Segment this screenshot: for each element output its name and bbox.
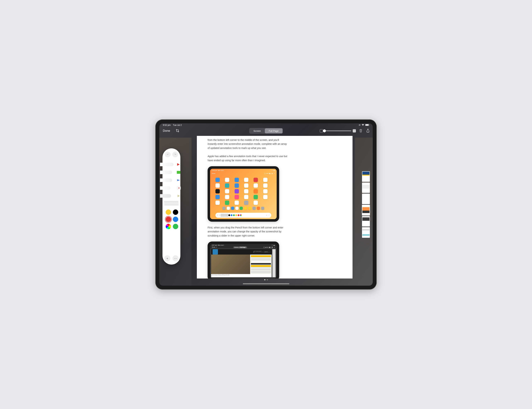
embedded-dark-body: APP CATEGORIES ▾ SEARCH… [210,248,277,278]
canvas-area[interactable]: from the bottom left corner to the middl… [190,136,353,279]
embedded-tool-palette: ↶ ↷ ＋ ⋯ [215,213,271,218]
page-dot [267,279,268,280]
embedded-screen-dark: 8:57 am Mon Jul 1 ᯤ ▬ Done ⌗ Screen | Fu… [210,244,277,278]
embedded-status-bar: 9:49 pm Mon Jul 1 ᯤ ▬ [210,169,277,172]
undo-button[interactable]: ↶ [165,152,171,157]
page-thumbnail[interactable] [362,171,370,182]
loading-icon: ⟳ [359,124,361,126]
color-picker[interactable] [166,224,171,229]
more-button[interactable]: ⋯ [172,255,179,261]
article-paragraph: Apple has added a few annotation tools t… [197,152,297,164]
battery-icon [365,124,369,126]
add-button[interactable]: ＋ [164,255,170,261]
color-swatches [162,208,180,231]
page-thumbnail[interactable] [362,216,370,227]
undo-icon: ↶ [167,153,169,156]
share-button[interactable] [366,128,370,133]
segment-screen[interactable]: Screen [249,128,265,133]
embedded-sidebar [250,254,272,274]
opacity-slider[interactable] [320,129,356,132]
eraser-tool[interactable]: ✕ [162,184,179,192]
status-time: 9:52 pm [163,124,171,126]
ruler-tool[interactable] [164,201,179,206]
opacity-min-icon [320,129,323,132]
color-red[interactable] [166,217,171,222]
captured-page: from the bottom left corner to the middl… [197,136,352,279]
embedded-thumbstrip [272,249,276,277]
wifi-icon [362,124,364,126]
topbar-right-controls [320,128,370,133]
home-indicator[interactable] [243,283,289,284]
page-indicator [264,279,268,280]
status-date: Tue Jul 2 [173,124,182,126]
delete-button[interactable] [358,128,363,133]
page-thumbnail[interactable] [362,194,370,204]
redo-icon: ↷ [174,153,176,156]
pen-tool[interactable] [162,161,179,168]
page-thumbnail-strip [362,171,371,238]
page-thumbnail[interactable] [362,205,370,215]
ipad-device-frame: 9:52 pm Tue Jul 2 ⟳ Done [155,119,377,290]
ellipsis-icon: ⋯ [174,256,177,260]
highlighter-tool[interactable] [162,168,179,176]
embedded-screenshot-light: 9:49 pm Mon Jul 1 ᯤ ▬ Done ▢ ━━━ ▣ 🗑 ⇧ [208,166,279,222]
svg-rect-2 [369,125,369,125]
redo-button[interactable]: ↷ [172,152,178,157]
color-yellow[interactable] [166,209,171,215]
status-right: ⟳ [359,124,369,126]
plus-icon: ＋ [166,256,169,260]
opacity-slider-knob[interactable] [323,129,326,132]
markup-tool-palette: ↶ ↷ ✕ [162,148,180,264]
embedded-dock [210,207,277,212]
page-thumbnail[interactable] [362,182,370,193]
color-green[interactable] [173,224,178,229]
opacity-slider-track[interactable] [324,130,351,131]
pencil-tool[interactable] [162,176,179,184]
wifi-icon: ᯤ ▬ [272,170,275,171]
embedded-browser: APP CATEGORIES ▾ SEARCH… [211,249,272,277]
markup-top-bar: Done Screen Full Page [159,127,373,135]
opacity-max-icon [353,129,356,132]
segment-full-page[interactable]: Full Page [265,128,283,133]
svg-rect-1 [366,124,369,126]
status-left: 9:52 pm Tue Jul 2 [163,124,182,126]
drawing-tools: ✕ [162,161,180,200]
embedded-logo [213,249,218,254]
embedded-right-icons: ▢ ━━━ ▣ 🗑 ⇧ [264,173,275,174]
page-thumbnail[interactable] [362,227,370,238]
color-black[interactable] [173,209,178,215]
view-mode-segmented-control: Screen Full Page [249,128,283,134]
embedded-done-label: Done [212,173,215,174]
color-blue[interactable] [173,217,178,222]
embedded-status-bar: 8:57 am Mon Jul 1 ᯤ ▬ [210,244,277,246]
crop-button[interactable] [175,128,180,134]
share-icon [366,129,370,133]
embedded-photo [211,254,250,274]
page-dot [264,279,265,280]
embedded-topbar: Done ⌗ Screen | Full Page ▢ ●━━━ ▣ 🗑 ⇧ [210,246,277,248]
done-button[interactable]: Done [162,128,171,133]
embedded-screen-light: 9:49 pm Mon Jul 1 ᯤ ▬ Done ▢ ━━━ ▣ 🗑 ⇧ [210,169,277,219]
article-paragraph: from the bottom left corner to the middl… [197,136,297,152]
ipad-screen: 9:52 pm Tue Jul 2 ⟳ Done [159,123,373,286]
embedded-homescreen-icons [210,175,277,207]
trash-icon [359,129,362,133]
crop-icon [176,129,179,133]
embedded-screenshot-dark: 8:57 am Mon Jul 1 ᯤ ▬ Done ⌗ Screen | Fu… [208,242,279,279]
embedded-topbar: Done ▢ ━━━ ▣ 🗑 ⇧ [210,172,277,175]
article-paragraph: First, when you drag the Pencil from the… [197,223,297,240]
status-bar: 9:52 pm Tue Jul 2 ⟳ [159,123,373,127]
lasso-tool[interactable] [162,192,179,200]
